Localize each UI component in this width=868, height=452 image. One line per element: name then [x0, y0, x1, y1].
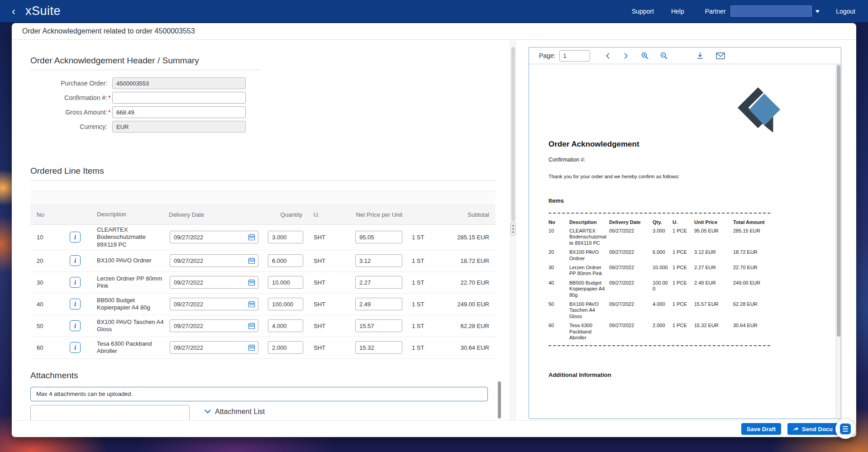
- attachments-section-title: Attachments: [30, 371, 496, 381]
- line-per-unit: 1 ST: [407, 344, 434, 351]
- delivery-date-input[interactable]: [170, 257, 245, 264]
- delivery-date-field: [170, 276, 258, 289]
- pdf-line-no: 10: [548, 228, 569, 246]
- save-draft-button[interactable]: Save Draft: [741, 423, 781, 435]
- send-icon: [793, 426, 799, 432]
- chevron-down-icon[interactable]: ▾: [815, 8, 819, 14]
- pdf-table-row: 40 BB500 Budget Kopierpapier A4 80g 09/2…: [548, 280, 770, 298]
- download-icon: [696, 52, 704, 60]
- chat-launcher-button[interactable]: [835, 419, 855, 439]
- line-no: 10: [30, 234, 57, 241]
- scrollbar-thumb[interactable]: [511, 47, 515, 221]
- pdf-col-delivery-date: Delivery Date: [609, 219, 653, 225]
- pdf-line-no: 40: [548, 280, 569, 298]
- calendar-picker-button[interactable]: [245, 255, 258, 266]
- pdf-confirmation-label: Confirmation #:: [548, 157, 782, 163]
- pdf-title: Order Acknowledgement: [548, 140, 782, 149]
- delivery-date-input[interactable]: [170, 234, 245, 241]
- delivery-date-input[interactable]: [170, 301, 245, 308]
- quantity-input[interactable]: [268, 231, 303, 243]
- calendar-picker-button[interactable]: [245, 342, 258, 353]
- pdf-line-unit-price: 2.27 EUR: [694, 265, 733, 277]
- divider: [548, 213, 770, 214]
- delivery-date-input[interactable]: [170, 323, 245, 329]
- pdf-line-qty: 2.000: [653, 323, 672, 341]
- zoom-in-button[interactable]: [640, 51, 650, 61]
- pdf-viewport: Order Acknowledgement Confirmation #: Th…: [529, 64, 835, 419]
- column-header-unit: U.: [310, 211, 353, 219]
- quantity-input[interactable]: [268, 341, 303, 354]
- quantity-input[interactable]: [268, 298, 303, 310]
- info-button[interactable]: i: [70, 277, 81, 288]
- download-button[interactable]: [695, 51, 705, 61]
- net-price-input[interactable]: [355, 254, 402, 267]
- pdf-table-row: 50 BX100 PAVO Taschen A4 Gloss 09/27/202…: [548, 301, 770, 319]
- line-items-table: No Description Delivery Date Quantity U.…: [30, 191, 496, 359]
- email-button[interactable]: [715, 52, 726, 60]
- line-no: 20: [30, 257, 57, 264]
- line-description: Tesa 6300 Packband Abroller: [93, 340, 165, 355]
- attachment-upload-input[interactable]: [30, 405, 190, 420]
- help-link[interactable]: Help: [671, 8, 684, 15]
- splitter-grip[interactable]: [510, 222, 516, 236]
- info-button[interactable]: i: [70, 232, 81, 243]
- gross-amount-input[interactable]: [112, 106, 246, 118]
- left-panel-scrollbar-thumb[interactable]: [498, 381, 501, 419]
- info-button[interactable]: i: [70, 342, 81, 353]
- quantity-input[interactable]: [268, 254, 303, 267]
- net-price-input[interactable]: [355, 319, 402, 332]
- quantity-input[interactable]: [268, 319, 303, 332]
- calendar-picker-button[interactable]: [245, 320, 258, 332]
- net-price-input[interactable]: [355, 298, 402, 310]
- pdf-scrollbar-thumb[interactable]: [837, 65, 840, 337]
- order-acknowledgement-window: Order Acknowledgement related to order 4…: [12, 23, 856, 437]
- calendar-picker-button[interactable]: [245, 298, 258, 310]
- partner-select[interactable]: [730, 5, 812, 17]
- attachment-list-toggle[interactable]: Attachment List: [205, 408, 488, 416]
- line-per-unit: 1 ST: [407, 301, 434, 308]
- line-unit: SHT: [310, 257, 353, 264]
- confirmation-input[interactable]: [112, 92, 246, 104]
- partner-label: Partner: [705, 8, 726, 15]
- info-button[interactable]: i: [70, 299, 81, 309]
- required-marker: *: [108, 94, 112, 101]
- support-link[interactable]: Support: [632, 8, 654, 15]
- pdf-line-qty: 3.000: [653, 228, 672, 246]
- previous-page-button[interactable]: [604, 52, 612, 60]
- table-row: 30 i Lerzen Ordner PP 80mm Pink: [30, 272, 496, 294]
- pdf-scrollbar[interactable]: [835, 64, 841, 419]
- column-header-delivery-date: Delivery Date: [165, 211, 267, 219]
- pdf-line-delivery-date: 09/27/2022: [609, 323, 653, 341]
- delivery-date-input[interactable]: [170, 344, 245, 351]
- line-no: 50: [30, 323, 57, 329]
- info-button[interactable]: i: [70, 320, 81, 331]
- pdf-line-delivery-date: 09/27/2022: [609, 249, 653, 262]
- table-row: 60 i Tesa 6300 Packband Abroller: [30, 337, 496, 359]
- calendar-picker-button[interactable]: [245, 276, 258, 288]
- envelope-icon: [716, 52, 725, 59]
- pdf-line-unit: 1 PCE: [672, 323, 694, 341]
- info-button[interactable]: i: [70, 255, 81, 266]
- zoom-out-button[interactable]: [659, 51, 669, 61]
- calendar-picker-button[interactable]: [245, 231, 258, 243]
- pdf-line-unit: 1 PCE: [672, 265, 694, 277]
- pdf-line-description: BX100 PAVO Taschen A4 Gloss: [569, 301, 609, 319]
- send-document-button[interactable]: Send Docu: [787, 423, 838, 435]
- logout-link[interactable]: Logout: [836, 8, 855, 15]
- pdf-line-qty: 10.000: [653, 265, 672, 277]
- back-icon[interactable]: ‹: [12, 6, 15, 17]
- delivery-date-field: [170, 341, 258, 354]
- pdf-col-unit-price: Unit Price: [694, 219, 733, 225]
- confirmation-label: Confirmation #:: [30, 94, 107, 101]
- line-per-unit: 1 ST: [407, 279, 434, 286]
- net-price-input[interactable]: [355, 341, 402, 354]
- net-price-input[interactable]: [355, 231, 402, 243]
- page-number-input[interactable]: [559, 50, 590, 62]
- info-icon: i: [74, 234, 76, 241]
- net-price-input[interactable]: [355, 276, 402, 289]
- delivery-date-input[interactable]: [170, 279, 245, 286]
- next-page-button[interactable]: [621, 52, 630, 60]
- panel-splitter[interactable]: [510, 40, 516, 420]
- quantity-input[interactable]: [268, 276, 303, 289]
- page-title: Order Acknowledgement related to order 4…: [12, 23, 856, 40]
